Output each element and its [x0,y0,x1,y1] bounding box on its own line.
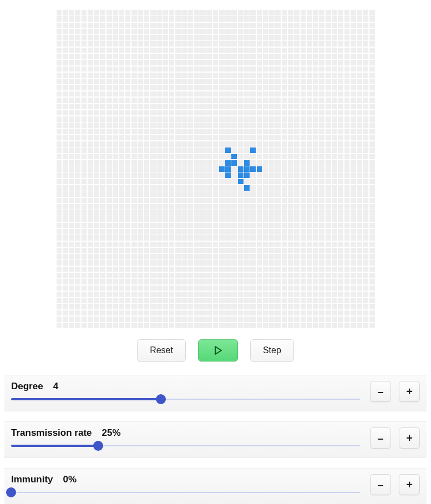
grid-cell[interactable] [275,191,281,197]
grid-cell[interactable] [301,129,306,134]
grid-cell[interactable] [363,135,368,141]
grid-cell[interactable] [88,166,93,172]
grid-cell[interactable] [175,223,181,228]
grid-cell[interactable] [269,29,275,34]
grid-cell[interactable] [369,260,375,266]
grid-cell[interactable] [150,185,156,191]
grid-cell[interactable] [369,279,375,284]
grid-cell[interactable] [257,10,262,16]
grid-cell[interactable] [294,16,300,22]
grid-cell[interactable] [194,104,200,109]
grid-cell[interactable] [301,73,306,78]
grid-cell[interactable] [69,129,74,134]
grid-cell[interactable] [156,279,162,284]
grid-cell[interactable] [288,110,293,116]
grid-cell[interactable] [57,304,62,309]
grid-cell[interactable] [213,98,219,103]
grid-cell[interactable] [288,286,293,291]
grid-cell[interactable] [351,98,356,103]
grid-cell[interactable] [257,204,262,210]
grid-cell[interactable] [244,216,250,222]
grid-cell[interactable] [225,254,231,259]
grid-cell[interactable] [250,85,256,90]
grid-cell[interactable] [88,10,93,16]
grid-cell[interactable] [257,129,262,134]
grid-cell[interactable] [231,216,237,222]
grid-cell[interactable] [213,210,219,216]
grid-cell[interactable] [144,185,149,191]
grid-cell[interactable] [263,23,268,28]
grid-cell[interactable] [213,67,219,72]
grid-cell[interactable] [181,179,187,185]
grid-cell[interactable] [156,229,162,235]
grid-cell[interactable] [113,104,118,109]
grid-cell[interactable] [88,273,93,278]
grid-cell[interactable] [219,210,225,216]
grid-cell[interactable] [113,317,118,322]
grid-cell[interactable] [131,98,137,103]
grid-cell[interactable] [326,41,331,47]
grid-cell[interactable] [138,292,143,297]
grid-cell[interactable] [194,16,200,22]
grid-cell[interactable] [57,104,62,109]
grid-cell[interactable] [131,147,137,153]
grid-cell[interactable] [181,172,187,178]
grid-cell[interactable] [219,260,225,266]
grid-cell[interactable] [131,41,137,47]
grid-cell[interactable] [332,304,337,309]
grid-cell[interactable] [301,210,306,216]
grid-cell[interactable] [113,147,118,153]
grid-cell[interactable] [307,191,312,197]
grid-cell[interactable] [138,223,143,228]
grid-cell[interactable] [369,179,375,185]
grid-cell[interactable] [187,172,193,178]
grid-cell[interactable] [332,129,337,134]
grid-cell[interactable] [301,91,306,97]
grid-cell[interactable] [119,179,124,185]
grid-cell[interactable] [351,204,356,210]
grid-cell[interactable] [351,54,356,59]
grid-cell[interactable] [363,273,368,278]
grid-cell[interactable] [351,10,356,16]
grid-cell[interactable] [82,172,87,178]
grid-cell[interactable] [332,260,337,266]
grid-cell[interactable] [169,223,175,228]
grid-cell[interactable] [332,166,337,172]
grid-cell[interactable] [231,248,237,253]
grid-cell[interactable] [301,41,306,47]
grid-cell[interactable] [206,242,212,247]
grid-cell[interactable] [301,110,306,116]
grid-cell[interactable] [94,48,99,53]
grid-cell[interactable] [75,116,80,122]
grid-cell[interactable] [357,79,362,84]
grid-cell[interactable] [313,286,318,291]
param-slider[interactable] [11,442,360,450]
grid-cell[interactable] [113,123,118,128]
grid-cell[interactable] [225,91,231,97]
grid-cell[interactable] [125,267,131,272]
grid-cell[interactable] [69,248,74,253]
grid-cell[interactable] [75,292,80,297]
grid-cell[interactable] [282,41,287,47]
grid-cell[interactable] [113,310,118,316]
grid-cell[interactable] [231,98,237,103]
grid-cell[interactable] [131,204,137,210]
grid-cell[interactable] [213,229,219,235]
grid-cell[interactable] [125,160,131,166]
grid-cell[interactable] [363,185,368,191]
grid-cell[interactable] [100,223,105,228]
grid-cell[interactable] [57,248,62,253]
grid-cell[interactable] [344,286,350,291]
grid-cell[interactable] [288,166,293,172]
grid-cell[interactable] [357,286,362,291]
grid-cell[interactable] [244,141,250,147]
grid-cell[interactable] [144,10,149,16]
grid-cell[interactable] [94,29,99,34]
grid-cell[interactable] [187,110,193,116]
grid-cell[interactable] [269,41,275,47]
grid-cell[interactable] [156,141,162,147]
grid-cell[interactable] [250,141,256,147]
grid-cell[interactable] [357,54,362,59]
grid-cell[interactable] [107,10,112,16]
grid-cell[interactable] [282,91,287,97]
